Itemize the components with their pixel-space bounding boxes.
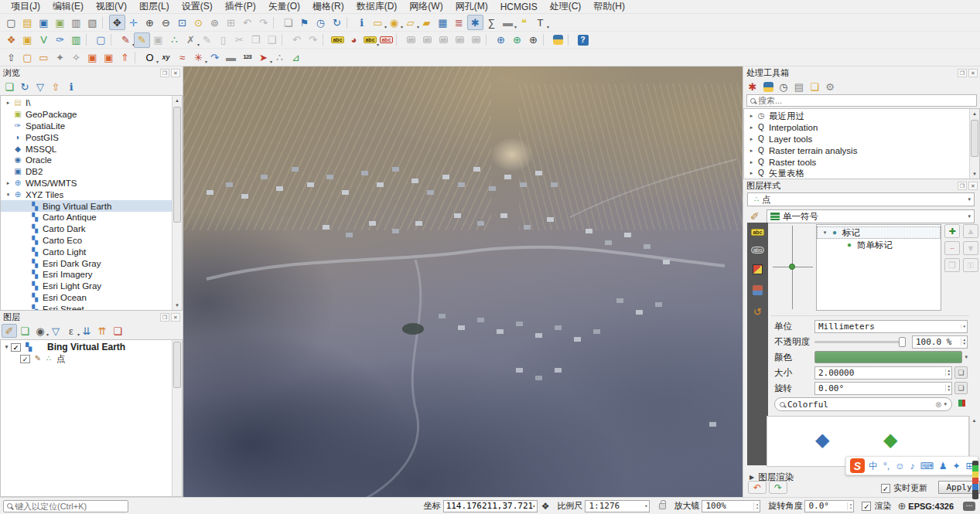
styling-redo-button[interactable]: ↷: [769, 481, 787, 494]
data-defined-override-button[interactable]: ❏: [954, 382, 968, 394]
browser-item-esri-dark-gray[interactable]: ▚ Esri Dark Gray: [1, 257, 182, 269]
change-label-button[interactable]: ab: [468, 32, 484, 48]
data-source-manager-button[interactable]: ❖: [3, 32, 19, 48]
ime-keyboard-icon[interactable]: ⌨: [920, 461, 933, 471]
preview-symbol-green-diamond[interactable]: ◆: [883, 431, 897, 449]
add-group-button[interactable]: ❏: [17, 324, 32, 338]
deselect-all-button[interactable]: ▱▾: [402, 15, 418, 30]
undo-button[interactable]: ↶: [289, 32, 305, 48]
render-checkbox[interactable]: ✓: [862, 502, 871, 511]
layer-item-point[interactable]: ✓ ✎ ∴ 点: [1, 353, 182, 365]
slider-handle[interactable]: [899, 337, 906, 347]
scroll-down-icon[interactable]: ▼: [172, 301, 182, 310]
toolbox-close-button[interactable]: ✕: [968, 69, 978, 77]
python-console-button[interactable]: [550, 32, 566, 48]
rotation-spinbox[interactable]: 0.0° ▴▾: [804, 500, 854, 512]
save-edits-button[interactable]: ▣: [150, 32, 166, 48]
browser-item-drive-i[interactable]: ▸ ▤ I\: [1, 97, 182, 109]
styling-float-button[interactable]: ❐: [958, 182, 967, 190]
ime-skin-icon[interactable]: ✦: [953, 461, 961, 471]
highlight-pinned-labels-button[interactable]: abc: [378, 32, 394, 48]
locator-input[interactable]: [15, 502, 128, 511]
menu-item[interactable]: 网络(W): [403, 0, 449, 13]
refresh-browser-button[interactable]: ↻: [17, 80, 32, 94]
zoom-out-button[interactable]: ⊖: [158, 15, 174, 30]
browser-item-xyz-tiles[interactable]: ▾ ⊕ XYZ Tiles: [1, 189, 182, 200]
add-symbol-layer-button[interactable]: ✚: [944, 224, 960, 238]
browser-item-postgis[interactable]: ◗ PostGIS: [1, 131, 182, 143]
ime-skin-strip[interactable]: [972, 461, 978, 499]
browser-close-button[interactable]: ✕: [171, 69, 180, 77]
ime-punctuation-icon[interactable]: °,: [883, 461, 890, 471]
open-project-button[interactable]: ▤: [19, 15, 36, 30]
browser-item-mssql[interactable]: ◆ MSSQL: [1, 143, 182, 155]
menu-item[interactable]: 项目(J): [5, 0, 46, 13]
filter-by-expression-button[interactable]: ε▾: [63, 324, 79, 338]
field-calculator-button[interactable]: ≣: [451, 15, 467, 30]
preview-symbol-blue-diamond[interactable]: ◆: [815, 431, 829, 449]
slope-tool-button[interactable]: ⊿: [288, 49, 304, 65]
styling-close-button[interactable]: ✕: [968, 182, 978, 190]
toolbox-search[interactable]: [746, 94, 977, 107]
symbol-layer-simple-marker[interactable]: ● 简单标记: [817, 239, 941, 251]
layer-visibility-checkbox[interactable]: ✓: [11, 343, 21, 352]
copy-features-button[interactable]: ❐: [248, 32, 264, 48]
locator-search[interactable]: [3, 500, 128, 512]
scroll-thumb[interactable]: [173, 107, 181, 223]
magnifier-spinbox[interactable]: 100% ▴▾: [702, 500, 760, 512]
layer-item-bing-virtual-earth[interactable]: ▾ ✓ ▚ Bing Virtual Earth: [1, 342, 182, 353]
zoom-last-button[interactable]: ↶: [239, 15, 255, 30]
remove-layer-button[interactable]: ❏: [110, 324, 125, 338]
processing-python-button[interactable]: [760, 80, 776, 94]
vertex-tool-button[interactable]: ✗▾: [183, 32, 199, 48]
new-temporary-scratch-layer-button[interactable]: ▢: [93, 32, 109, 48]
scale-combobox[interactable]: 1:1276 ▾: [585, 500, 650, 512]
expander-icon[interactable]: ▾: [821, 230, 829, 236]
modify-attributes-button[interactable]: ✎: [199, 32, 215, 48]
processing-wrench-button[interactable]: ⚙: [822, 80, 838, 94]
data-defined-override-button[interactable]: ❏: [954, 366, 968, 379]
expander-icon[interactable]: ▾: [2, 344, 11, 350]
layer-visibility-checkbox[interactable]: ✓: [20, 355, 30, 363]
mouse-position-icon[interactable]: ❖: [541, 501, 550, 512]
sogou-logo-icon[interactable]: S: [850, 458, 865, 473]
hcmgis-basemap-globe-button[interactable]: ⊕: [493, 32, 509, 48]
filter-browser-button[interactable]: ▽: [32, 80, 48, 94]
browser-item-bing-virtual-earth[interactable]: ▚ Bing Virtual Earth: [1, 200, 182, 212]
browser-item-esri-imagery[interactable]: ▚ Esri Imagery: [1, 269, 182, 281]
style-manager-button[interactable]: ▧: [84, 15, 101, 30]
expander-icon[interactable]: ▸: [747, 113, 756, 119]
unit-select[interactable]: Millimeters ▾: [814, 320, 968, 333]
map-tips-button[interactable]: ❝: [516, 15, 532, 30]
browser-item-geopackage[interactable]: ▣ GeoPackage: [1, 109, 182, 121]
select-features-button[interactable]: ▭▾: [370, 15, 386, 30]
menu-item[interactable]: 视图(V): [90, 0, 133, 13]
text-annotation-button[interactable]: T▾: [532, 15, 548, 30]
lock-symbol-color-button[interactable]: ⚿: [963, 258, 978, 272]
chevron-down-icon[interactable]: ▾: [944, 401, 947, 407]
clear-search-icon[interactable]: ⊗: [935, 400, 941, 409]
ime-toolbox-icon[interactable]: ♟: [939, 461, 948, 471]
shape-digitizing-button[interactable]: O▾: [142, 49, 158, 65]
menu-item[interactable]: 处理(C): [544, 0, 588, 13]
move-label-button[interactable]: ab: [435, 32, 452, 48]
menu-item[interactable]: 网孔(M): [449, 0, 494, 13]
measure-button[interactable]: ▬▾: [500, 15, 516, 30]
browser-item-esri-street[interactable]: ▚ Esri Street: [1, 303, 182, 311]
zoom-to-layer-button[interactable]: ⊚: [207, 15, 223, 30]
show-hide-labels-button[interactable]: ab: [419, 32, 435, 48]
pin-unpin-labels-button[interactable]: ab: [403, 32, 419, 48]
lock-scale-icon[interactable]: [659, 503, 666, 509]
tab-masks[interactable]: abo: [751, 247, 765, 254]
processing-history-button[interactable]: ◷: [776, 80, 791, 94]
add-part-button[interactable]: ▣: [101, 49, 117, 65]
new-shapefile-button[interactable]: V: [36, 32, 52, 48]
layers-scrollbar[interactable]: [172, 340, 182, 496]
redo-button[interactable]: ↷: [305, 32, 321, 48]
menu-item[interactable]: 数据库(D): [350, 0, 404, 13]
size-spinbox[interactable]: 2.00000 ▴▾: [814, 366, 952, 380]
menu-item[interactable]: 帮助(H): [587, 0, 631, 13]
save-project-button[interactable]: ▣: [36, 15, 52, 30]
stream-digitizing-button[interactable]: ➤▾: [255, 49, 271, 65]
zoom-native-button[interactable]: ⊞: [223, 15, 239, 30]
